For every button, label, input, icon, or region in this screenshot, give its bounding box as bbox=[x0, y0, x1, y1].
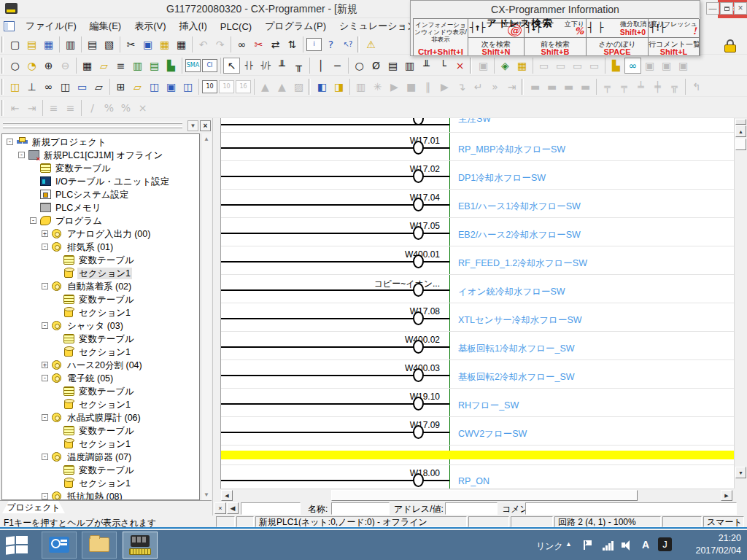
rung-wrap-icon[interactable]: ▤ bbox=[146, 58, 163, 74]
window-arrange-2-icon[interactable]: ▭ bbox=[552, 58, 569, 74]
monitor-1-icon[interactable]: ▬ bbox=[527, 79, 543, 95]
tree-item-label[interactable]: シャッタ (03) bbox=[66, 320, 125, 332]
force-off-icon[interactable]: ╤ bbox=[616, 79, 632, 95]
build-icon[interactable]: ⊥ bbox=[23, 79, 40, 95]
indent-right-icon[interactable]: ⇥ bbox=[23, 100, 40, 116]
upload-icon[interactable]: ▲ bbox=[257, 79, 274, 95]
output-coil-symbol[interactable] bbox=[413, 425, 424, 439]
tab-project[interactable]: プロジェクト bbox=[2, 501, 65, 513]
volume-icon[interactable] bbox=[622, 540, 632, 551]
rung-comment[interactable]: CWV2フローSW bbox=[458, 428, 527, 440]
open-file-icon[interactable]: ▤ bbox=[23, 36, 40, 52]
window-arrange-1-icon[interactable]: ▭ bbox=[535, 58, 552, 74]
sma-library-icon[interactable]: SMA bbox=[185, 59, 201, 72]
tree-item-label[interactable]: 変数テーブル bbox=[77, 386, 136, 397]
tray-link-text[interactable]: リンク bbox=[536, 540, 563, 553]
comment-box-icon[interactable]: ▱ bbox=[96, 58, 112, 74]
step-out-icon[interactable]: ↵ bbox=[470, 79, 487, 95]
ladder-rung[interactable]: W400.03基板回転2冷却水フロー_SW bbox=[221, 359, 734, 388]
download-icon[interactable]: ▲ bbox=[274, 79, 290, 95]
paste-special-icon[interactable]: ▦ bbox=[173, 36, 190, 52]
contact-or-nc-icon[interactable]: ╥ bbox=[290, 58, 307, 74]
ime-mode-icon[interactable]: A bbox=[642, 539, 649, 551]
work-online-icon[interactable]: ◧ bbox=[314, 79, 330, 95]
rung-comment[interactable]: RP_ON bbox=[458, 476, 489, 486]
collapse-expander-icon[interactable]: - bbox=[30, 217, 36, 224]
output-coil-symbol[interactable] bbox=[413, 368, 424, 382]
ladder-window-icon[interactable]: ◫ bbox=[146, 79, 163, 95]
zoom-select-icon[interactable]: ◔ bbox=[23, 58, 40, 74]
redo-icon[interactable]: ↷ bbox=[212, 36, 228, 52]
scroll-down-icon[interactable]: ▼ bbox=[735, 467, 746, 478]
split-handle[interactable] bbox=[735, 119, 746, 125]
scan-run-icon[interactable]: ⇥ bbox=[503, 79, 520, 95]
ladder-rung[interactable]: W400.02基板回転1冷却水フロー_SW bbox=[221, 331, 734, 359]
new-file-icon[interactable]: ▢ bbox=[7, 36, 23, 52]
toolbar-grip[interactable] bbox=[1, 58, 4, 74]
menu-program[interactable]: プログラム(P) bbox=[258, 20, 333, 33]
compare-icon[interactable]: ▨ bbox=[290, 79, 307, 95]
tree-item-label[interactable]: 変数テーブル bbox=[77, 294, 136, 306]
expand-expander-icon[interactable]: + bbox=[42, 230, 48, 237]
tree-item-label[interactable]: PLCメモリ bbox=[54, 202, 103, 214]
tree-item-label[interactable]: 排気系 (01) bbox=[66, 241, 115, 253]
io-comment-icon[interactable]: ▥ bbox=[129, 58, 146, 74]
collapse-expander-icon[interactable]: - bbox=[7, 139, 13, 145]
name-input[interactable] bbox=[331, 502, 390, 515]
force-on-icon[interactable]: ╤ bbox=[599, 79, 616, 95]
contact-nc-icon[interactable]: ┤/├ bbox=[257, 58, 274, 74]
find-binoculars-icon[interactable]: ∞ bbox=[233, 36, 250, 52]
tree-item-label[interactable]: アナログ入出力 (00) bbox=[66, 228, 152, 240]
tree-item-label[interactable]: セクション1 bbox=[77, 307, 132, 319]
watch-window-3-icon[interactable]: ▣ bbox=[675, 58, 692, 74]
output-coil-symbol[interactable] bbox=[413, 169, 424, 183]
output-coil-symbol[interactable] bbox=[413, 397, 424, 411]
menu-view[interactable]: 表示(V) bbox=[128, 20, 172, 33]
comment-input[interactable] bbox=[525, 502, 737, 515]
tree-item-label[interactable]: セクション1 bbox=[77, 268, 132, 279]
paste-icon[interactable]: ▦ bbox=[156, 36, 173, 52]
step-in-icon[interactable]: ↴ bbox=[453, 79, 470, 95]
pause-icon[interactable]: ‖ bbox=[419, 79, 436, 95]
tree-item-label[interactable]: 変数テーブル bbox=[77, 464, 136, 476]
menu-file[interactable]: ファイル(F) bbox=[19, 20, 83, 33]
window-arrange-3-icon[interactable]: ▭ bbox=[569, 58, 586, 74]
send-changes-icon[interactable]: % bbox=[117, 100, 134, 116]
output-coil-symbol[interactable] bbox=[413, 311, 424, 325]
rung-comment[interactable]: RHフロー_SW bbox=[458, 400, 519, 412]
tree-item-label[interactable]: セクション1 bbox=[77, 346, 132, 358]
scroll-right-icon[interactable]: ▶ bbox=[721, 490, 732, 501]
panel-dropdown-button[interactable]: ▼ bbox=[187, 120, 198, 131]
hex-monitor-icon[interactable]: ◫ bbox=[179, 79, 196, 95]
tree-item-label[interactable]: I/Oテーブル・ユニット設定 bbox=[54, 176, 171, 187]
tree-item-label[interactable]: PLCシステム設定 bbox=[54, 189, 131, 201]
program-tree-icon[interactable]: ▙ bbox=[608, 58, 624, 74]
start-button[interactable] bbox=[6, 536, 36, 555]
rung-comment[interactable]: XTLセンサー冷却水フローSW bbox=[458, 314, 582, 327]
vertical-pair-icon[interactable]: ╨ bbox=[418, 58, 435, 74]
collapse-expander-icon[interactable]: - bbox=[42, 454, 48, 460]
toolbar-grip[interactable] bbox=[1, 79, 4, 95]
transfer-icon[interactable]: ▥ bbox=[352, 79, 369, 95]
expand-expander-icon[interactable]: + bbox=[42, 362, 48, 368]
ladder-rung[interactable]: W17.02DP1冷却水フローSW bbox=[221, 160, 734, 189]
tree-item-label[interactable]: 変数テーブル bbox=[77, 333, 136, 345]
edit-comment-icon[interactable]: / bbox=[84, 100, 101, 116]
save-icon[interactable]: ▦ bbox=[40, 36, 57, 52]
ladder-rung[interactable]: W17.09CWV2フローSW bbox=[221, 416, 734, 445]
output-coil-symbol[interactable] bbox=[413, 141, 424, 155]
step-run-icon[interactable]: ▶ bbox=[436, 79, 453, 95]
replace-icon[interactable]: ⇄ bbox=[267, 36, 284, 52]
network-signal-icon[interactable] bbox=[603, 540, 614, 551]
tree-item-label[interactable]: プログラム bbox=[54, 215, 104, 227]
edit-bar-collapse-button[interactable]: ◀ bbox=[227, 502, 239, 514]
grid-icon[interactable]: ▦ bbox=[79, 58, 96, 74]
cross-reference-icon[interactable]: ⊞ bbox=[112, 79, 129, 95]
warning-icon[interactable]: ⚠ bbox=[363, 36, 379, 52]
taskbar-cx-programmer-button[interactable] bbox=[123, 532, 158, 559]
tree-item-label[interactable]: 変数テーブル bbox=[77, 254, 136, 266]
monitor-3-icon[interactable]: ▬ bbox=[560, 79, 577, 95]
rung-down-icon[interactable]: ≡ bbox=[62, 100, 79, 116]
child-minimize-button[interactable]: — bbox=[706, 2, 719, 15]
differential-monitor-icon[interactable]: ╦ bbox=[666, 79, 683, 95]
